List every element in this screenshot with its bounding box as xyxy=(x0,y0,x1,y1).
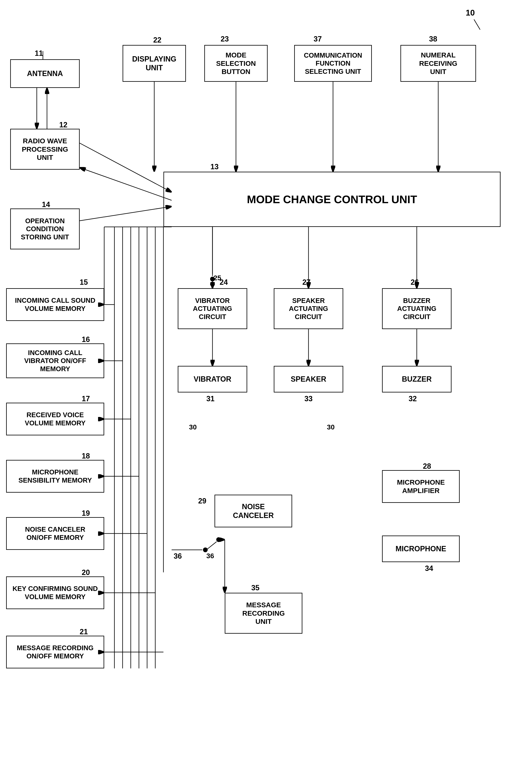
connection-lines xyxy=(0,0,532,761)
svg-line-6 xyxy=(80,143,172,192)
ref-30-label-right: 30 xyxy=(327,423,335,431)
svg-line-7 xyxy=(80,168,172,200)
svg-line-8 xyxy=(80,206,172,221)
ref-36-label: 36 xyxy=(206,552,214,560)
svg-line-2 xyxy=(474,20,480,29)
ref-30-label-left: 30 xyxy=(189,423,197,431)
svg-line-44 xyxy=(206,542,217,550)
ref-25-label: 25 xyxy=(213,274,221,282)
patent-diagram: 10 ANTENNA 11 RADIO WAVEPROCESSINGUNIT 1… xyxy=(0,0,532,761)
